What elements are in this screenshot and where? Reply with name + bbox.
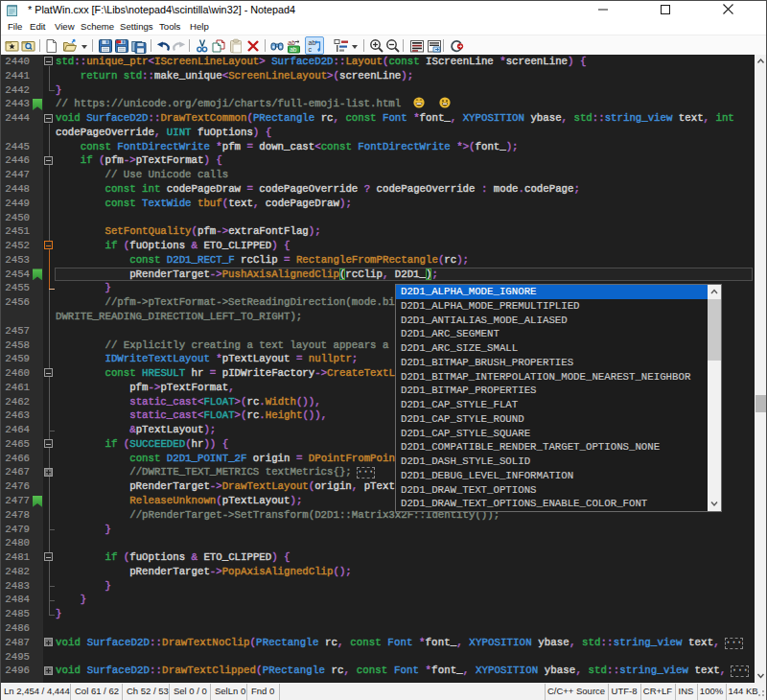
svg-text:c: c (309, 46, 313, 53)
svg-text:ab: ab (290, 46, 297, 53)
svg-text:ab: ab (309, 39, 316, 46)
svg-text:ab: ab (288, 39, 295, 46)
